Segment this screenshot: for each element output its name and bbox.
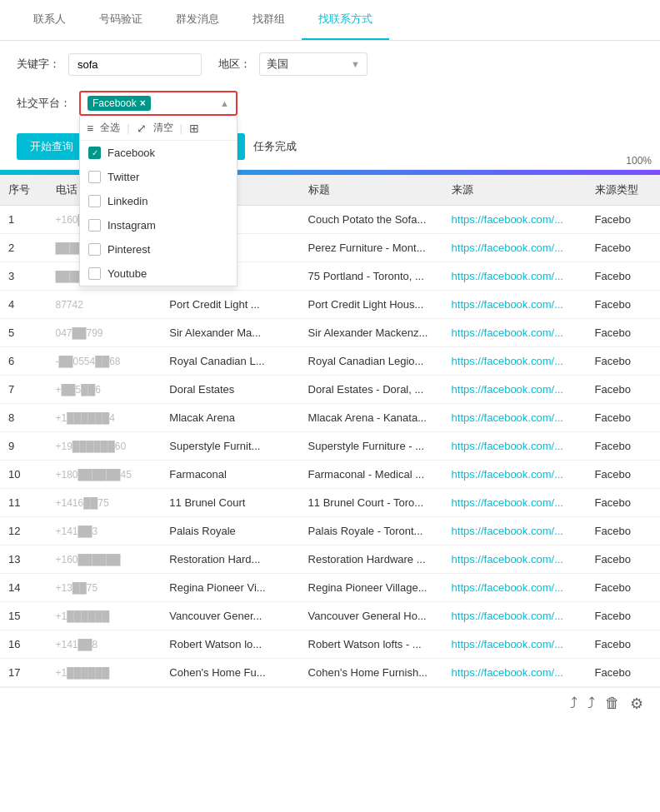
dropdown-item-youtube-label: Youtube <box>108 267 147 280</box>
cell-id: 9 <box>0 432 48 461</box>
cell-id: 12 <box>0 517 48 545</box>
clear-all-label: 清空 <box>153 121 173 135</box>
cell-type: Facebo <box>587 291 660 319</box>
cell-title: Farmaconal - Medical ... <box>300 461 443 489</box>
cell-source: https://facebook.com/... <box>443 545 587 574</box>
cell-phone: +141██8 <box>48 630 162 659</box>
delete-icon[interactable]: 🗑 <box>605 695 620 713</box>
cell-phone: +1██████4 <box>48 404 162 432</box>
cell-phone: +██5██6 <box>48 376 162 404</box>
list-icon: ≡ <box>87 122 93 135</box>
social-filter-row: 社交平台： Facebook × ▲ ≡ 全选 | ⤢ <box>0 87 660 124</box>
dropdown-item-pinterest[interactable]: Pinterest <box>80 237 237 262</box>
table-row[interactable]: 5 047██799 Sir Alexander Ma... Sir Alexa… <box>0 319 660 347</box>
dropdown-item-instagram[interactable]: Instagram <box>80 213 237 237</box>
col-header-id: 序号 <box>0 175 48 206</box>
dropdown-item-linkedin[interactable]: Linkedin <box>80 189 237 213</box>
dropdown-item-youtube[interactable]: Youtube <box>80 262 237 286</box>
clear-all-btn[interactable]: 清空 <box>153 121 173 135</box>
tab-find-group[interactable]: 找群组 <box>236 0 302 40</box>
app-container: 联系人 号码验证 群发消息 找群组 找联系方式 关键字： 地区： 美国 ▼ 社交… <box>0 0 660 812</box>
keyword-label: 关键字： <box>17 57 60 72</box>
table-row[interactable]: 16 +141██8 Robert Watson lo... Robert Wa… <box>0 630 660 659</box>
progress-label: 100% <box>626 155 652 167</box>
cell-title: Royal Canadian Legio... <box>300 347 443 376</box>
cell-name: Restoration Hard... <box>161 545 299 574</box>
tab-broadcast[interactable]: 群发消息 <box>159 0 236 40</box>
table-row[interactable]: 4 87742 Port Credit Light ... Port Credi… <box>0 291 660 319</box>
checkbox-instagram <box>88 219 101 232</box>
cell-title: 75 Portland - Toronto, ... <box>300 262 443 291</box>
cell-name: Mlacak Arena <box>161 404 299 432</box>
cell-phone: +1██████ <box>48 602 162 630</box>
share-icon-1[interactable]: ⤴ <box>570 695 578 713</box>
region-filter: 地区： 美国 ▼ <box>218 52 368 76</box>
cell-title: Regina Pioneer Village... <box>300 574 443 602</box>
cell-source: https://facebook.com/... <box>443 319 587 347</box>
cell-name: Superstyle Furnit... <box>161 432 299 461</box>
cell-title: Restoration Hardware ... <box>300 545 443 574</box>
table-row[interactable]: 9 +19██████60 Superstyle Furnit... Super… <box>0 432 660 461</box>
tab-find-contact[interactable]: 找联系方式 <box>302 0 389 40</box>
cell-id: 6 <box>0 347 48 376</box>
cell-id: 17 <box>0 659 48 687</box>
table-row[interactable]: 13 +160██████ Restoration Hard... Restor… <box>0 545 660 574</box>
social-tag-remove[interactable]: × <box>140 97 146 109</box>
cell-source: https://facebook.com/... <box>443 659 587 687</box>
dropdown-panel: ≡ 全选 | ⤢ 清空 | ⊞ Facebook <box>79 116 238 286</box>
start-query-button[interactable]: 开始查询 <box>17 133 87 160</box>
select-all-btn[interactable]: 全选 <box>100 121 120 135</box>
cell-type: Facebo <box>587 376 660 404</box>
table-row[interactable]: 11 +1416██75 11 Brunel Court 11 Brunel C… <box>0 489 660 517</box>
table-row[interactable]: 7 +██5██6 Doral Estates Doral Estates - … <box>0 376 660 404</box>
cell-type: Facebo <box>587 404 660 432</box>
dropdown-item-linkedin-label: Linkedin <box>108 195 148 207</box>
keyword-input[interactable] <box>68 53 202 76</box>
social-tag-label: Facebook <box>92 97 137 109</box>
cell-name: Royal Canadian L... <box>161 347 299 376</box>
table-row[interactable]: 15 +1██████ Vancouver Gener... Vancouver… <box>0 602 660 630</box>
cell-type: Facebo <box>587 545 660 574</box>
cell-id: 16 <box>0 630 48 659</box>
region-label: 地区： <box>218 57 251 72</box>
col-header-type: 来源类型 <box>587 175 660 206</box>
cell-id: 15 <box>0 602 48 630</box>
grid-icon: ⊞ <box>189 122 199 135</box>
dropdown-item-twitter[interactable]: Twitter <box>80 165 237 189</box>
table-row[interactable]: 14 +13██75 Regina Pioneer Vi... Regina P… <box>0 574 660 602</box>
cell-type: Facebo <box>587 206 660 234</box>
social-chevron-icon: ▲ <box>220 98 229 108</box>
cell-type: Facebo <box>587 630 660 659</box>
cell-title: Perez Furniture - Mont... <box>300 234 443 262</box>
table-row[interactable]: 17 +1██████ Cohen's Home Fu... Cohen's H… <box>0 659 660 687</box>
table-row[interactable]: 10 +180██████45 Farmaconal Farmaconal - … <box>0 461 660 489</box>
cell-id: 4 <box>0 291 48 319</box>
social-label: 社交平台： <box>17 91 71 111</box>
dropdown-item-facebook[interactable]: Facebook <box>80 141 237 165</box>
cell-id: 3 <box>0 262 48 291</box>
dropdown-item-facebook-label: Facebook <box>108 147 155 159</box>
table-row[interactable]: 6 -██0554██68 Royal Canadian L... Royal … <box>0 347 660 376</box>
checkbox-pinterest <box>88 243 101 256</box>
cell-title: 11 Brunel Court - Toro... <box>300 489 443 517</box>
cell-source: https://facebook.com/... <box>443 574 587 602</box>
cell-source: https://facebook.com/... <box>443 206 587 234</box>
region-select[interactable]: 美国 ▼ <box>259 52 368 76</box>
table-row[interactable]: 8 +1██████4 Mlacak Arena Mlacak Arena - … <box>0 404 660 432</box>
cell-name: Farmaconal <box>161 461 299 489</box>
select-all-label: 全选 <box>100 121 120 135</box>
cell-type: Facebo <box>587 461 660 489</box>
region-chevron-icon: ▼ <box>351 59 360 69</box>
cell-name: Doral Estates <box>161 376 299 404</box>
tab-verify[interactable]: 号码验证 <box>82 0 159 40</box>
tab-contacts[interactable]: 联系人 <box>17 0 82 40</box>
cell-phone: +1██████ <box>48 659 162 687</box>
cell-id: 14 <box>0 574 48 602</box>
share-icon-2[interactable]: ⤴ <box>588 695 595 713</box>
table-row[interactable]: 12 +141██3 Palais Royale Palais Royale -… <box>0 517 660 545</box>
social-selector-container: Facebook × ▲ ≡ 全选 | ⤢ 清空 <box>79 91 238 116</box>
col-header-title: 标题 <box>300 175 443 206</box>
settings-icon[interactable]: ⚙ <box>630 695 643 713</box>
cell-type: Facebo <box>587 659 660 687</box>
social-selector-box[interactable]: Facebook × ▲ <box>79 91 238 116</box>
